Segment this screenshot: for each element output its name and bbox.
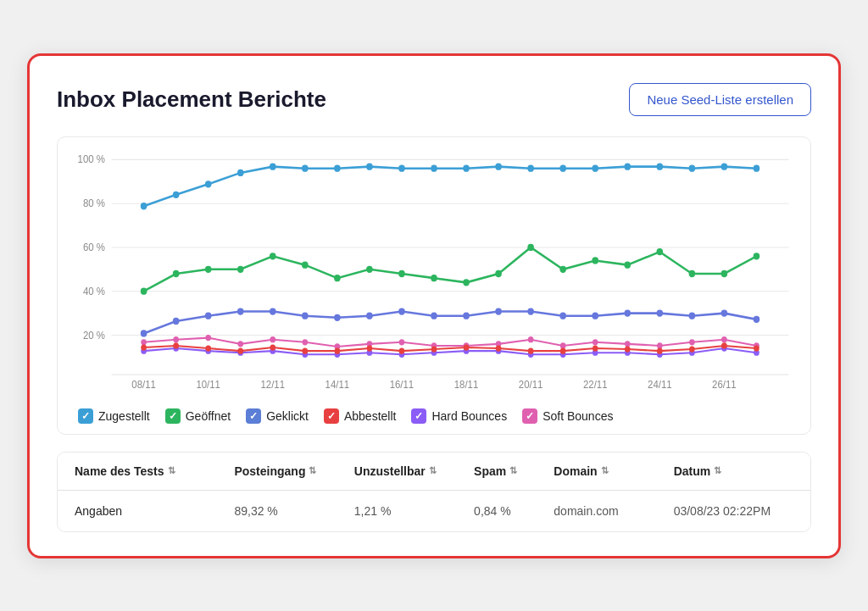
svg-text:20 %: 20 % (83, 329, 105, 342)
chart-area: 100 % 80 % 60 % 40 % 20 % 08/11 10/11 12… (71, 151, 797, 397)
svg-text:22/11: 22/11 (583, 378, 608, 391)
svg-text:100 %: 100 % (78, 153, 106, 166)
sort-icon-spam: ⇅ (509, 465, 517, 476)
svg-point-23 (205, 181, 212, 187)
col-header-name[interactable]: Name des Tests ⇅ (75, 464, 234, 478)
svg-point-31 (463, 164, 470, 171)
cell-domain: domain.com (554, 504, 673, 518)
legend-check-geoeffnet: ✓ (165, 408, 181, 424)
svg-point-82 (173, 336, 179, 342)
col-header-spam[interactable]: Spam ⇅ (474, 464, 554, 478)
cell-unzustellbar: 1,21 % (354, 504, 474, 518)
svg-point-36 (624, 163, 631, 169)
svg-point-123 (205, 345, 211, 351)
legend-item-soft-bounces[interactable]: ✓ Soft Bounces (522, 408, 613, 424)
svg-point-121 (141, 344, 147, 350)
svg-point-133 (528, 347, 534, 353)
col-header-domain[interactable]: Domain ⇅ (554, 464, 673, 478)
svg-point-124 (237, 347, 243, 353)
legend-check-soft-bounces: ✓ (522, 408, 537, 424)
svg-point-84 (237, 341, 243, 347)
svg-point-52 (495, 269, 502, 276)
svg-point-27 (334, 164, 341, 171)
svg-point-98 (689, 339, 695, 345)
svg-point-42 (173, 269, 180, 276)
svg-point-33 (527, 164, 534, 171)
svg-point-73 (527, 308, 534, 314)
svg-text:60 %: 60 % (83, 241, 105, 253)
main-card: Inbox Placement Berichte Neue Seed-Liste… (27, 53, 841, 558)
svg-point-99 (721, 336, 727, 342)
legend-item-hard-bounces[interactable]: ✓ Hard Bounces (411, 408, 507, 424)
svg-point-86 (302, 339, 308, 345)
svg-point-130 (431, 346, 437, 352)
svg-point-22 (173, 191, 180, 197)
svg-point-72 (495, 308, 502, 314)
col-header-unzustellbar[interactable]: Unzustellbar ⇅ (354, 464, 474, 478)
svg-point-83 (205, 334, 211, 340)
svg-point-138 (689, 346, 695, 352)
svg-point-59 (721, 269, 728, 276)
svg-point-70 (431, 312, 437, 319)
svg-point-136 (625, 346, 631, 352)
table-header: Name des Tests ⇅ Posteingang ⇅ Unzustell… (58, 453, 810, 491)
svg-point-131 (464, 344, 470, 350)
legend-label-hard-bounces: Hard Bounces (431, 409, 507, 423)
svg-point-74 (559, 312, 566, 319)
cell-name: Angaben (75, 504, 234, 518)
legend-check-zugestellt: ✓ (78, 408, 93, 424)
svg-point-60 (754, 253, 760, 259)
svg-point-125 (270, 344, 275, 350)
svg-point-46 (302, 261, 309, 268)
legend-check-geklickt: ✓ (246, 408, 261, 424)
svg-point-68 (366, 312, 373, 319)
new-seed-list-button[interactable]: Neue Seed-Liste erstellen (629, 83, 811, 116)
sort-icon-datum: ⇅ (714, 465, 721, 476)
svg-point-49 (398, 269, 405, 276)
header-row: Inbox Placement Berichte Neue Seed-Liste… (57, 83, 811, 116)
svg-point-67 (334, 314, 341, 320)
legend-label-abbestellt: Abbestellt (344, 409, 396, 423)
legend-label-zugestellt: Zugestellt (98, 409, 150, 423)
col-header-datum[interactable]: Datum ⇅ (674, 464, 793, 478)
legend-item-geklickt[interactable]: ✓ Geklickt (246, 408, 309, 424)
svg-point-66 (302, 312, 309, 319)
svg-text:14/11: 14/11 (326, 378, 350, 391)
svg-point-29 (398, 164, 405, 171)
svg-point-54 (559, 265, 566, 272)
svg-point-75 (592, 312, 598, 319)
col-header-posteingang[interactable]: Posteingang ⇅ (234, 464, 353, 478)
svg-point-47 (334, 275, 341, 281)
chart-legend: ✓ Zugestellt ✓ Geöffnet ✓ Geklickt ✓ Abb… (71, 397, 797, 427)
sort-icon-posteingang: ⇅ (309, 465, 316, 476)
sort-icon-unzustellbar: ⇅ (429, 465, 437, 476)
svg-text:08/11: 08/11 (131, 378, 156, 391)
svg-point-44 (237, 265, 244, 272)
cell-spam: 0,84 % (474, 504, 554, 518)
svg-point-69 (398, 308, 405, 314)
svg-text:18/11: 18/11 (454, 378, 479, 391)
svg-point-78 (689, 312, 696, 319)
svg-point-140 (754, 345, 760, 351)
svg-point-32 (495, 163, 502, 169)
cell-posteingang: 89,32 % (234, 504, 353, 518)
svg-point-129 (399, 347, 405, 353)
svg-point-55 (592, 257, 598, 264)
legend-item-abbestellt[interactable]: ✓ Abbestellt (324, 408, 396, 424)
chart-svg: 100 % 80 % 60 % 40 % 20 % 08/11 10/11 12… (71, 151, 797, 397)
cell-datum: 03/08/23 02:22PM (674, 504, 793, 518)
svg-point-71 (463, 312, 470, 319)
legend-item-zugestellt[interactable]: ✓ Zugestellt (78, 408, 150, 424)
legend-label-geklickt: Geklickt (266, 409, 309, 423)
chart-container: 100 % 80 % 60 % 40 % 20 % 08/11 10/11 12… (57, 136, 811, 435)
svg-text:16/11: 16/11 (390, 378, 415, 391)
svg-point-39 (721, 163, 728, 169)
legend-item-geoeffnet[interactable]: ✓ Geöffnet (165, 408, 231, 424)
svg-point-89 (399, 339, 405, 345)
svg-point-35 (592, 164, 598, 171)
svg-point-62 (173, 317, 180, 324)
svg-point-85 (270, 336, 275, 342)
svg-point-34 (559, 164, 566, 171)
svg-point-45 (270, 253, 276, 259)
svg-point-139 (721, 342, 727, 348)
